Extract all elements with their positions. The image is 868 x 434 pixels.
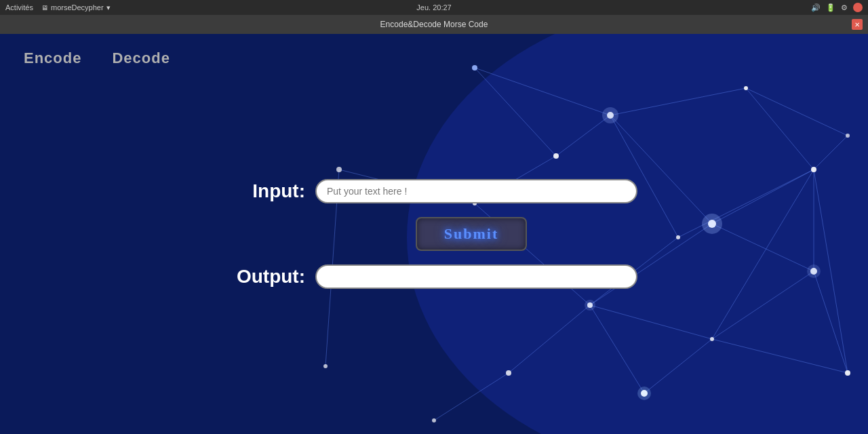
svg-point-41 — [506, 370, 511, 376]
input-label: Input: — [231, 180, 305, 202]
topbar-close-button[interactable] — [853, 3, 863, 12]
decode-tab[interactable]: Decode — [98, 44, 183, 73]
svg-point-50 — [602, 107, 618, 123]
nav-tabs: Encode Decode — [10, 44, 184, 73]
svg-point-52 — [585, 300, 595, 311]
svg-point-31 — [472, 65, 477, 71]
form-area: Input: Submit Output: — [231, 179, 637, 289]
topbar-right: 🔊 🔋 ⚙ — [811, 3, 863, 12]
output-row: Output: — [231, 264, 637, 289]
svg-point-42 — [432, 418, 436, 422]
activities-label[interactable]: Activités — [5, 3, 33, 12]
app-menu[interactable]: 🖥 morseDecypher ▾ — [41, 3, 111, 12]
svg-point-39 — [845, 370, 850, 376]
output-field[interactable] — [315, 264, 637, 289]
input-row: Input: — [231, 179, 637, 203]
os-topbar: Activités 🖥 morseDecypher ▾ Jeu. 20:27 🔊… — [0, 0, 868, 15]
svg-point-47 — [323, 364, 328, 368]
window-title: Encode&Decode Morse Code — [380, 20, 488, 29]
battery-icon: 🔋 — [826, 3, 835, 12]
topbar-left: Activités 🖥 morseDecypher ▾ — [5, 3, 111, 12]
svg-point-34 — [811, 167, 816, 172]
speaker-icon: 🔊 — [811, 3, 821, 12]
svg-point-44 — [553, 153, 559, 159]
main-content: Encode Decode Input: Submit Output: — [0, 34, 868, 434]
submit-row: Submit — [268, 217, 675, 251]
svg-point-51 — [637, 387, 651, 400]
window-close-button[interactable]: ✕ — [852, 19, 863, 30]
encode-tab[interactable]: Encode — [10, 44, 95, 73]
output-label: Output: — [231, 266, 305, 288]
svg-point-53 — [807, 264, 821, 278]
window-titlebar: Encode&Decode Morse Code ✕ — [0, 15, 868, 34]
svg-point-40 — [846, 134, 850, 138]
svg-point-36 — [676, 235, 680, 239]
app-icon: 🖥 — [41, 4, 48, 12]
svg-point-49 — [702, 214, 722, 234]
app-name-label: morseDecypher — [51, 3, 104, 12]
text-input[interactable] — [315, 179, 637, 203]
window-controls: ✕ — [852, 19, 863, 30]
dropdown-arrow: ▾ — [106, 3, 111, 12]
svg-point-33 — [744, 86, 748, 90]
svg-point-38 — [710, 337, 714, 341]
svg-point-46 — [336, 167, 342, 172]
submit-button[interactable]: Submit — [416, 217, 527, 251]
settings-icon: ⚙ — [841, 3, 848, 12]
topbar-clock: Jeu. 20:27 — [416, 3, 451, 12]
